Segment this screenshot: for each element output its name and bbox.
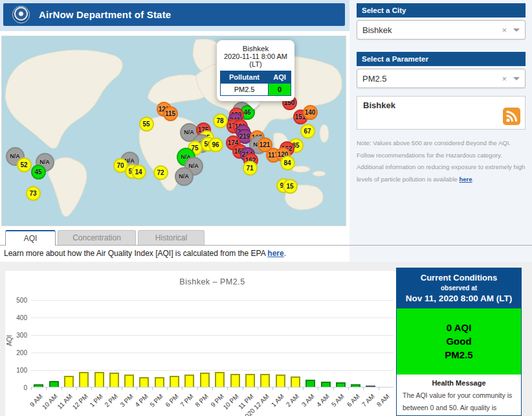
chart-bar bbox=[305, 380, 315, 387]
aqi-marker[interactable]: 73 bbox=[26, 186, 41, 201]
chart-x-tick bbox=[46, 387, 47, 390]
chart-bar bbox=[94, 372, 104, 387]
aqi-marker[interactable]: 15 bbox=[283, 179, 298, 194]
chart-x-labels: 9 AM10 AM11 AM12 PM1 PM2 PM3 PM4 PM5 PM6… bbox=[31, 393, 393, 416]
aqi-marker[interactable]: 52 bbox=[17, 157, 32, 172]
aqi-marker[interactable]: 55 bbox=[139, 117, 154, 132]
aqi-world-map[interactable]: N/A52N/A457312111555N/A70591472N/A17565N… bbox=[1, 36, 346, 226]
chart-bar bbox=[260, 374, 270, 387]
aqi-marker[interactable]: 84 bbox=[280, 156, 295, 170]
feed-box: Bishkek bbox=[357, 96, 526, 130]
aqi-category: Good bbox=[397, 336, 521, 347]
chart-x-tick bbox=[333, 387, 334, 390]
chart-x-tick bbox=[363, 387, 364, 390]
aqi-marker[interactable]: 72 bbox=[153, 165, 168, 180]
tab-aqi[interactable]: AQI bbox=[5, 230, 56, 246]
health-message-body: The AQI value for your community is betw… bbox=[403, 389, 515, 416]
chart-x-tick bbox=[137, 387, 137, 390]
chart-bar bbox=[170, 376, 179, 387]
chart-bar bbox=[64, 376, 74, 387]
city-chevron-down-icon[interactable] bbox=[513, 29, 520, 32]
chart-bar bbox=[321, 382, 331, 387]
aqi-marker[interactable]: 71 bbox=[243, 161, 258, 176]
chart-x-tick bbox=[182, 387, 183, 390]
parameter-clear-icon[interactable]: × bbox=[502, 74, 507, 84]
chart-x-tick bbox=[258, 387, 258, 390]
chart-bar bbox=[34, 384, 43, 387]
popup-timezone: (LT) bbox=[220, 60, 291, 68]
chart-bar bbox=[351, 384, 360, 387]
chart-x-tick bbox=[91, 387, 92, 390]
aqi-marker[interactable]: 115 bbox=[163, 106, 178, 121]
aqi-note: Note: Values above 500 are considered Be… bbox=[357, 137, 526, 185]
epa-here-link[interactable]: here bbox=[267, 249, 283, 258]
chart-x-tick bbox=[288, 387, 289, 390]
popup-pollutant-value: PM2.5 bbox=[221, 84, 269, 96]
observed-time: Nov 11, 2020 8:00 AM (LT) bbox=[399, 294, 518, 303]
map-landmass bbox=[2, 36, 346, 226]
page-title: AirNow Department of State bbox=[39, 9, 171, 20]
observed-at-label: observed at bbox=[399, 284, 518, 292]
parameter-chevron-down-icon[interactable] bbox=[513, 77, 520, 80]
chart-x-tick bbox=[348, 387, 349, 390]
chart-plot-area bbox=[31, 297, 393, 387]
select-parameter-header: Select a Parameter bbox=[357, 52, 526, 66]
chart-y-tick-label: 200 bbox=[8, 349, 27, 356]
aqi-marker[interactable]: 14 bbox=[131, 165, 146, 179]
aqi-marker[interactable]: 45 bbox=[31, 165, 46, 179]
chart-bar bbox=[79, 372, 89, 387]
chart-bar bbox=[291, 376, 300, 387]
chart-x-tick bbox=[152, 387, 153, 390]
chart-x-tick bbox=[167, 387, 168, 390]
chart-gridline bbox=[31, 335, 393, 336]
aqi-marker[interactable]: 67 bbox=[300, 124, 315, 139]
chart-x-tick bbox=[31, 387, 32, 390]
chart-bar bbox=[276, 375, 285, 387]
chart-x-tick bbox=[243, 387, 243, 390]
aqi-marker[interactable]: N/A bbox=[175, 167, 194, 186]
tab-historical[interactable]: Historical bbox=[138, 230, 205, 245]
chart-gridline bbox=[31, 352, 393, 353]
chart-bar bbox=[184, 375, 194, 387]
city-clear-icon[interactable]: × bbox=[502, 25, 507, 35]
current-conditions-title: Current Conditions bbox=[399, 273, 518, 283]
chart-gridline bbox=[31, 300, 393, 301]
chart-bar bbox=[109, 373, 119, 387]
chart-y-tick-label: 0 bbox=[8, 384, 27, 391]
parameter-select[interactable]: PM2.5 × bbox=[357, 69, 526, 88]
chart-x-tick bbox=[107, 387, 107, 390]
chart-x-tick bbox=[76, 387, 77, 390]
chart-x-tick bbox=[379, 387, 379, 390]
chart-bar bbox=[200, 373, 210, 387]
airnow-dos-page: AirNow Department of State N/A52N/A45731… bbox=[0, 0, 532, 416]
chart-bar bbox=[230, 374, 240, 387]
health-message-section: Health Message The AQI value for your co… bbox=[397, 375, 521, 416]
aqi-marker[interactable]: 96 bbox=[208, 137, 223, 152]
chart-x-tick bbox=[227, 387, 228, 390]
popup-table: Pollutant AQI PM2.5 0 bbox=[220, 71, 291, 96]
chart-bar bbox=[49, 381, 59, 387]
chart-y-tick-label: 300 bbox=[8, 332, 27, 339]
chart-title: Bishkek – PM2.5 bbox=[31, 277, 393, 286]
aqi-value-line: 0 AQI bbox=[397, 322, 521, 333]
chart-bar bbox=[245, 374, 255, 387]
health-message-title: Health Message bbox=[403, 379, 515, 387]
chart-y-tick-label: 400 bbox=[8, 314, 27, 321]
chart-gridline bbox=[31, 318, 393, 318]
aqi-chart: Bishkek – PM2.5 AQI 0100200300400500 9 A… bbox=[5, 271, 396, 416]
chart-x-tick bbox=[212, 387, 213, 390]
chart-x-tick bbox=[272, 387, 273, 390]
note-here-link[interactable]: here bbox=[459, 176, 472, 183]
bottom-section: Bishkek – PM2.5 AQI 0100200300400500 9 A… bbox=[0, 262, 532, 416]
chart-y-tick-label: 500 bbox=[8, 297, 27, 304]
chart-x-tick bbox=[61, 387, 62, 390]
popup-aqi-value: 0 bbox=[269, 84, 291, 96]
aqi-marker[interactable]: 78 bbox=[213, 113, 228, 128]
tab-concentration[interactable]: Concentration bbox=[58, 230, 136, 245]
app-header: AirNow Department of State bbox=[3, 3, 345, 26]
city-select[interactable]: Bishkek × bbox=[357, 20, 526, 40]
aqi-marker[interactable]: 140 bbox=[303, 105, 318, 120]
popup-col-aqi: AQI bbox=[269, 71, 291, 84]
rss-icon[interactable] bbox=[503, 108, 520, 125]
feed-city-title: Bishkek bbox=[363, 100, 395, 110]
